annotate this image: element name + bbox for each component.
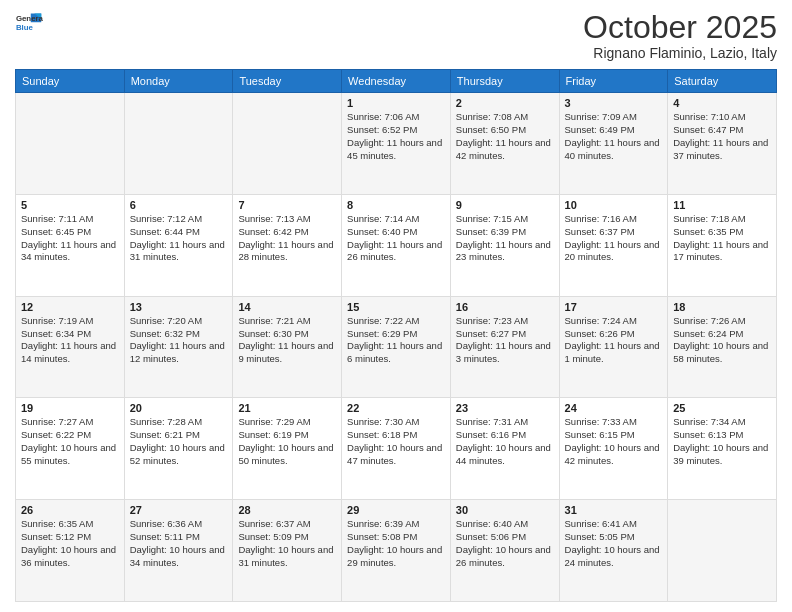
col-tuesday: Tuesday [233, 70, 342, 93]
col-saturday: Saturday [668, 70, 777, 93]
day-number: 20 [130, 402, 228, 414]
day-info: Sunrise: 7:15 AM Sunset: 6:39 PM Dayligh… [456, 213, 554, 264]
day-cell: 7Sunrise: 7:13 AM Sunset: 6:42 PM Daylig… [233, 194, 342, 296]
day-cell: 9Sunrise: 7:15 AM Sunset: 6:39 PM Daylig… [450, 194, 559, 296]
day-cell: 19Sunrise: 7:27 AM Sunset: 6:22 PM Dayli… [16, 398, 125, 500]
day-info: Sunrise: 7:33 AM Sunset: 6:15 PM Dayligh… [565, 416, 663, 467]
svg-text:Blue: Blue [16, 23, 34, 32]
day-cell: 16Sunrise: 7:23 AM Sunset: 6:27 PM Dayli… [450, 296, 559, 398]
col-sunday: Sunday [16, 70, 125, 93]
calendar-table: Sunday Monday Tuesday Wednesday Thursday… [15, 69, 777, 602]
week-row-1: 5Sunrise: 7:11 AM Sunset: 6:45 PM Daylig… [16, 194, 777, 296]
day-cell: 29Sunrise: 6:39 AM Sunset: 5:08 PM Dayli… [342, 500, 451, 602]
day-cell: 2Sunrise: 7:08 AM Sunset: 6:50 PM Daylig… [450, 93, 559, 195]
day-info: Sunrise: 6:37 AM Sunset: 5:09 PM Dayligh… [238, 518, 336, 569]
month-title: October 2025 [583, 10, 777, 45]
location: Rignano Flaminio, Lazio, Italy [583, 45, 777, 61]
day-number: 3 [565, 97, 663, 109]
day-info: Sunrise: 7:09 AM Sunset: 6:49 PM Dayligh… [565, 111, 663, 162]
day-info: Sunrise: 7:30 AM Sunset: 6:18 PM Dayligh… [347, 416, 445, 467]
day-info: Sunrise: 7:14 AM Sunset: 6:40 PM Dayligh… [347, 213, 445, 264]
week-row-2: 12Sunrise: 7:19 AM Sunset: 6:34 PM Dayli… [16, 296, 777, 398]
title-block: October 2025 Rignano Flaminio, Lazio, It… [583, 10, 777, 61]
day-cell: 3Sunrise: 7:09 AM Sunset: 6:49 PM Daylig… [559, 93, 668, 195]
day-cell: 28Sunrise: 6:37 AM Sunset: 5:09 PM Dayli… [233, 500, 342, 602]
day-cell: 14Sunrise: 7:21 AM Sunset: 6:30 PM Dayli… [233, 296, 342, 398]
day-info: Sunrise: 7:24 AM Sunset: 6:26 PM Dayligh… [565, 315, 663, 366]
day-cell: 26Sunrise: 6:35 AM Sunset: 5:12 PM Dayli… [16, 500, 125, 602]
day-cell [124, 93, 233, 195]
day-info: Sunrise: 7:11 AM Sunset: 6:45 PM Dayligh… [21, 213, 119, 264]
day-cell: 24Sunrise: 7:33 AM Sunset: 6:15 PM Dayli… [559, 398, 668, 500]
day-cell: 23Sunrise: 7:31 AM Sunset: 6:16 PM Dayli… [450, 398, 559, 500]
day-number: 11 [673, 199, 771, 211]
day-cell: 22Sunrise: 7:30 AM Sunset: 6:18 PM Dayli… [342, 398, 451, 500]
logo-icon: General Blue [15, 10, 43, 38]
day-info: Sunrise: 7:16 AM Sunset: 6:37 PM Dayligh… [565, 213, 663, 264]
day-number: 24 [565, 402, 663, 414]
day-info: Sunrise: 7:18 AM Sunset: 6:35 PM Dayligh… [673, 213, 771, 264]
day-cell: 27Sunrise: 6:36 AM Sunset: 5:11 PM Dayli… [124, 500, 233, 602]
week-row-3: 19Sunrise: 7:27 AM Sunset: 6:22 PM Dayli… [16, 398, 777, 500]
day-info: Sunrise: 7:13 AM Sunset: 6:42 PM Dayligh… [238, 213, 336, 264]
day-cell: 6Sunrise: 7:12 AM Sunset: 6:44 PM Daylig… [124, 194, 233, 296]
day-number: 29 [347, 504, 445, 516]
day-info: Sunrise: 7:27 AM Sunset: 6:22 PM Dayligh… [21, 416, 119, 467]
day-cell: 31Sunrise: 6:41 AM Sunset: 5:05 PM Dayli… [559, 500, 668, 602]
day-cell: 17Sunrise: 7:24 AM Sunset: 6:26 PM Dayli… [559, 296, 668, 398]
day-cell: 10Sunrise: 7:16 AM Sunset: 6:37 PM Dayli… [559, 194, 668, 296]
col-thursday: Thursday [450, 70, 559, 93]
day-number: 23 [456, 402, 554, 414]
week-row-0: 1Sunrise: 7:06 AM Sunset: 6:52 PM Daylig… [16, 93, 777, 195]
day-info: Sunrise: 7:06 AM Sunset: 6:52 PM Dayligh… [347, 111, 445, 162]
day-cell: 25Sunrise: 7:34 AM Sunset: 6:13 PM Dayli… [668, 398, 777, 500]
col-wednesday: Wednesday [342, 70, 451, 93]
day-cell [668, 500, 777, 602]
day-info: Sunrise: 7:34 AM Sunset: 6:13 PM Dayligh… [673, 416, 771, 467]
day-info: Sunrise: 7:19 AM Sunset: 6:34 PM Dayligh… [21, 315, 119, 366]
header-row: Sunday Monday Tuesday Wednesday Thursday… [16, 70, 777, 93]
day-number: 13 [130, 301, 228, 313]
day-info: Sunrise: 7:12 AM Sunset: 6:44 PM Dayligh… [130, 213, 228, 264]
day-cell [233, 93, 342, 195]
day-number: 6 [130, 199, 228, 211]
day-info: Sunrise: 7:22 AM Sunset: 6:29 PM Dayligh… [347, 315, 445, 366]
day-number: 7 [238, 199, 336, 211]
day-number: 14 [238, 301, 336, 313]
day-cell: 1Sunrise: 7:06 AM Sunset: 6:52 PM Daylig… [342, 93, 451, 195]
day-info: Sunrise: 6:41 AM Sunset: 5:05 PM Dayligh… [565, 518, 663, 569]
day-number: 4 [673, 97, 771, 109]
col-friday: Friday [559, 70, 668, 93]
day-cell: 12Sunrise: 7:19 AM Sunset: 6:34 PM Dayli… [16, 296, 125, 398]
day-info: Sunrise: 7:29 AM Sunset: 6:19 PM Dayligh… [238, 416, 336, 467]
day-number: 9 [456, 199, 554, 211]
day-cell: 13Sunrise: 7:20 AM Sunset: 6:32 PM Dayli… [124, 296, 233, 398]
day-cell: 15Sunrise: 7:22 AM Sunset: 6:29 PM Dayli… [342, 296, 451, 398]
day-number: 15 [347, 301, 445, 313]
day-number: 17 [565, 301, 663, 313]
day-cell [16, 93, 125, 195]
day-cell: 30Sunrise: 6:40 AM Sunset: 5:06 PM Dayli… [450, 500, 559, 602]
day-cell: 8Sunrise: 7:14 AM Sunset: 6:40 PM Daylig… [342, 194, 451, 296]
day-number: 31 [565, 504, 663, 516]
day-number: 25 [673, 402, 771, 414]
page: General Blue October 2025 Rignano Flamin… [0, 0, 792, 612]
day-number: 2 [456, 97, 554, 109]
day-number: 27 [130, 504, 228, 516]
day-cell: 11Sunrise: 7:18 AM Sunset: 6:35 PM Dayli… [668, 194, 777, 296]
header: General Blue October 2025 Rignano Flamin… [15, 10, 777, 61]
day-cell: 21Sunrise: 7:29 AM Sunset: 6:19 PM Dayli… [233, 398, 342, 500]
day-number: 30 [456, 504, 554, 516]
day-number: 12 [21, 301, 119, 313]
day-cell: 4Sunrise: 7:10 AM Sunset: 6:47 PM Daylig… [668, 93, 777, 195]
day-number: 10 [565, 199, 663, 211]
day-number: 1 [347, 97, 445, 109]
day-info: Sunrise: 7:26 AM Sunset: 6:24 PM Dayligh… [673, 315, 771, 366]
day-number: 22 [347, 402, 445, 414]
day-number: 19 [21, 402, 119, 414]
day-info: Sunrise: 7:23 AM Sunset: 6:27 PM Dayligh… [456, 315, 554, 366]
day-number: 26 [21, 504, 119, 516]
day-number: 21 [238, 402, 336, 414]
day-info: Sunrise: 6:36 AM Sunset: 5:11 PM Dayligh… [130, 518, 228, 569]
day-number: 28 [238, 504, 336, 516]
